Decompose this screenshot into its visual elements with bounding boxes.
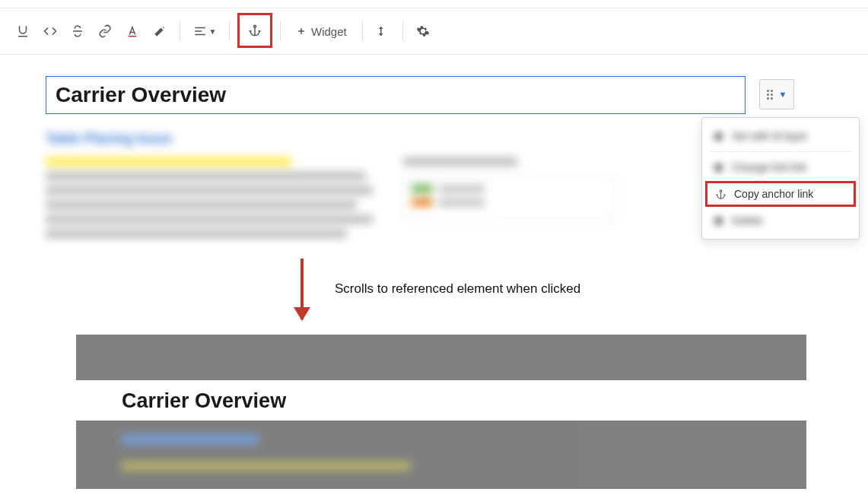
svg-rect-15 [715, 163, 723, 171]
annotation-text: Scrolls to referenced element when click… [335, 281, 580, 297]
align-button[interactable]: ▼ [188, 18, 221, 44]
code-button[interactable] [38, 18, 62, 44]
insert-button[interactable] [370, 18, 395, 44]
copy-anchor-link-item[interactable]: Copy anchor link [705, 181, 856, 207]
toolbar-separator [280, 21, 281, 41]
annotation-arrow-icon [300, 259, 304, 319]
toolbar-separator [362, 21, 363, 41]
text-color-button[interactable] [120, 18, 145, 44]
anchor-button[interactable] [240, 15, 270, 46]
underline-button[interactable] [11, 18, 35, 44]
widget-label: Widget [311, 25, 347, 38]
add-widget-button[interactable]: Widget [288, 18, 355, 44]
strikethrough-button[interactable] [65, 18, 90, 44]
link-button[interactable] [93, 18, 117, 44]
section-drag-handle[interactable]: ▼ [759, 79, 794, 110]
viewer-panel: Carrier Overview [76, 335, 806, 489]
toolbar-separator [180, 21, 180, 41]
toolbar-separator [229, 21, 230, 41]
section-title-input[interactable] [46, 76, 746, 114]
section-context-menu: Set with M layer Change link link Copy a… [701, 117, 860, 240]
copy-anchor-link-label: Copy anchor link [734, 188, 813, 200]
blurred-content: Table Placing Issue [46, 131, 746, 244]
editor-area: ▼ Table Placing Issue [46, 76, 822, 244]
ctx-item-blurred-2[interactable]: Change link link [702, 155, 859, 179]
svg-rect-14 [715, 132, 723, 140]
settings-button[interactable] [411, 18, 435, 44]
viewer-heading: Carrier Overview [76, 380, 806, 421]
viewer-overlay-top [76, 335, 806, 380]
ctx-item-blurred-3[interactable]: Delete [702, 208, 859, 233]
svg-rect-20 [715, 217, 723, 224]
svg-point-7 [254, 25, 256, 27]
toolbar-separator [402, 21, 403, 41]
ctx-item-blurred-1[interactable]: Set with M layer [702, 124, 859, 148]
editor-toolbar: ▼ Widget [0, 8, 868, 55]
ctx-separator [710, 151, 851, 152]
svg-point-16 [720, 189, 722, 192]
anchor-button-highlight [237, 13, 272, 48]
highlight-button[interactable] [148, 18, 172, 44]
blurred-link: Table Placing Issue [46, 131, 746, 147]
viewer-overlay-body [76, 421, 806, 489]
